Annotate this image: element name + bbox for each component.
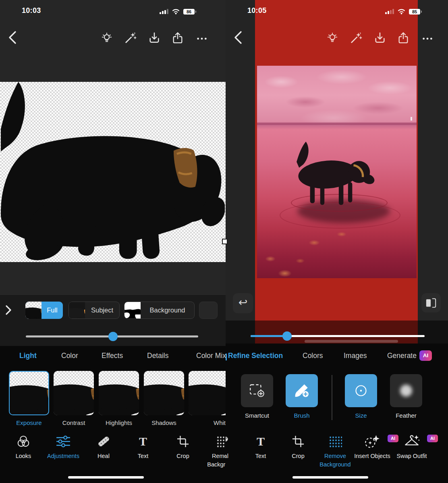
tab-details[interactable]: Details bbox=[147, 352, 169, 360]
tab-light[interactable]: Light bbox=[19, 352, 37, 360]
heal-bandage-icon bbox=[226, 434, 229, 449]
tips-lightbulb-icon[interactable] bbox=[326, 31, 338, 44]
tool-adjustments[interactable]: Adjustments bbox=[44, 434, 83, 460]
tile-contrast[interactable] bbox=[54, 371, 94, 415]
tab-effects[interactable]: Effects bbox=[102, 352, 123, 360]
underwater-rock bbox=[296, 258, 305, 263]
battery-icon: 85 bbox=[409, 9, 420, 15]
resize-handle[interactable] bbox=[222, 239, 228, 244]
more-ellipsis-icon[interactable] bbox=[196, 31, 208, 44]
chip-thumbnail bbox=[69, 302, 85, 319]
view-chip-background[interactable]: Background bbox=[124, 302, 195, 319]
tile-label-highlights: Highlights bbox=[99, 419, 139, 426]
tile-label-exposure: Exposure bbox=[9, 419, 49, 426]
more-ellipsis-icon[interactable] bbox=[421, 31, 433, 44]
adjust-bottom-sheet: Full Subject Background bbox=[0, 294, 226, 346]
download-icon[interactable] bbox=[374, 31, 386, 44]
tool-remove-background[interactable]: Remove Background bbox=[203, 434, 226, 469]
download-icon[interactable] bbox=[148, 31, 160, 44]
tab-images[interactable]: Images bbox=[344, 352, 367, 360]
back-button[interactable] bbox=[234, 31, 243, 44]
tab-refine-selection[interactable]: Refine Selection bbox=[228, 352, 283, 360]
signal-icon bbox=[160, 9, 168, 14]
feather-icon bbox=[400, 385, 412, 397]
chip-label: Background bbox=[145, 306, 189, 314]
brush-slider-fill bbox=[251, 335, 287, 337]
brush-icon bbox=[294, 383, 310, 398]
tool-looks[interactable]: Looks bbox=[4, 434, 43, 460]
chip-thumbnail bbox=[25, 302, 41, 319]
home-indicator[interactable] bbox=[292, 476, 368, 479]
expand-chevron-icon[interactable] bbox=[5, 305, 12, 315]
refine-tool-brush[interactable] bbox=[286, 374, 318, 407]
tool-remove-background[interactable]: Remove Background bbox=[316, 434, 355, 469]
magic-wand-icon[interactable] bbox=[350, 31, 362, 44]
compare-button[interactable] bbox=[421, 293, 441, 312]
chip-label: Full bbox=[43, 306, 62, 314]
tool-group-divider bbox=[332, 375, 332, 420]
share-icon[interactable] bbox=[172, 31, 184, 44]
refine-tool-size[interactable] bbox=[345, 374, 377, 407]
tile-label-whites: Whites bbox=[214, 419, 226, 426]
tab-generate[interactable]: Generate bbox=[387, 352, 417, 360]
generate-ai-badge: AI bbox=[419, 350, 432, 361]
tile-exposure[interactable] bbox=[9, 371, 49, 415]
brush-slider-thumb[interactable] bbox=[282, 331, 292, 341]
tile-label-contrast: Contrast bbox=[54, 419, 94, 426]
back-button[interactable] bbox=[8, 31, 17, 44]
tool-crop[interactable]: Crop bbox=[164, 434, 202, 460]
tool-swap-outfit[interactable]: Swap Outfit AI bbox=[392, 434, 431, 460]
adjustments-sliders-icon bbox=[56, 434, 71, 449]
clock-left: 10:03 bbox=[22, 6, 41, 15]
horizon-line bbox=[257, 123, 417, 125]
tool-heal[interactable]: Heal bbox=[84, 434, 123, 460]
phone-left-full-view: 10:03 86 Full Sub bbox=[0, 0, 226, 483]
tool-text[interactable]: T Text bbox=[124, 434, 162, 460]
photo-dog-in-water[interactable] bbox=[257, 66, 417, 278]
insert-objects-icon bbox=[364, 434, 381, 449]
tab-color-mix[interactable]: Color Mix bbox=[196, 352, 226, 360]
home-indicator[interactable] bbox=[68, 476, 144, 479]
tool-text[interactable]: T Text bbox=[241, 434, 280, 460]
tips-lightbulb-icon[interactable] bbox=[101, 31, 113, 44]
underwater-rock bbox=[337, 232, 346, 237]
tool-heal-partial[interactable]: Heal bbox=[226, 434, 242, 460]
sky-clouds bbox=[257, 66, 417, 126]
tool-label-smartcut: Smartcut bbox=[241, 412, 273, 419]
sailboat-speck bbox=[411, 117, 412, 121]
scrub-hint-bar bbox=[305, 340, 398, 343]
dog-cutout-image bbox=[0, 82, 226, 262]
wifi-icon bbox=[172, 8, 180, 15]
remove-background-dots-icon bbox=[328, 434, 342, 449]
underwater-rock bbox=[278, 270, 292, 277]
adjustment-slider-thumb[interactable] bbox=[108, 332, 118, 341]
crop-icon bbox=[292, 434, 304, 449]
view-chip-partial[interactable] bbox=[199, 302, 218, 319]
text-tool-icon: T bbox=[139, 434, 147, 449]
view-chip-subject[interactable]: Subject bbox=[68, 302, 120, 319]
underwater-rock bbox=[309, 240, 320, 246]
undo-icon: ↩ bbox=[239, 297, 248, 308]
tool-crop[interactable]: Crop bbox=[279, 434, 317, 460]
tab-color[interactable]: Color bbox=[61, 352, 78, 360]
undo-button[interactable]: ↩ bbox=[233, 293, 253, 313]
remove-background-dots-icon bbox=[216, 434, 226, 449]
signal-icon bbox=[385, 9, 394, 14]
tile-whites[interactable] bbox=[189, 371, 226, 415]
smartcut-icon bbox=[249, 383, 265, 398]
magic-wand-icon[interactable] bbox=[124, 31, 137, 44]
share-icon[interactable] bbox=[397, 31, 409, 44]
tool-insert-objects[interactable]: Insert Objects AI bbox=[353, 434, 392, 460]
swap-outfit-ai-badge: AI bbox=[427, 435, 438, 442]
swap-outfit-hanger-icon bbox=[403, 434, 420, 449]
wifi-icon bbox=[397, 8, 406, 15]
view-chip-full[interactable]: Full bbox=[25, 302, 63, 319]
refine-tool-smartcut[interactable] bbox=[241, 374, 273, 407]
edit-canvas-cutout[interactable] bbox=[0, 82, 226, 262]
dog-silhouette bbox=[280, 140, 382, 212]
refine-tool-feather[interactable] bbox=[390, 374, 422, 407]
tab-colors[interactable]: Colors bbox=[303, 352, 323, 360]
tile-highlights[interactable] bbox=[99, 371, 139, 415]
compare-icon bbox=[425, 298, 437, 308]
tile-shadows[interactable] bbox=[144, 371, 184, 415]
